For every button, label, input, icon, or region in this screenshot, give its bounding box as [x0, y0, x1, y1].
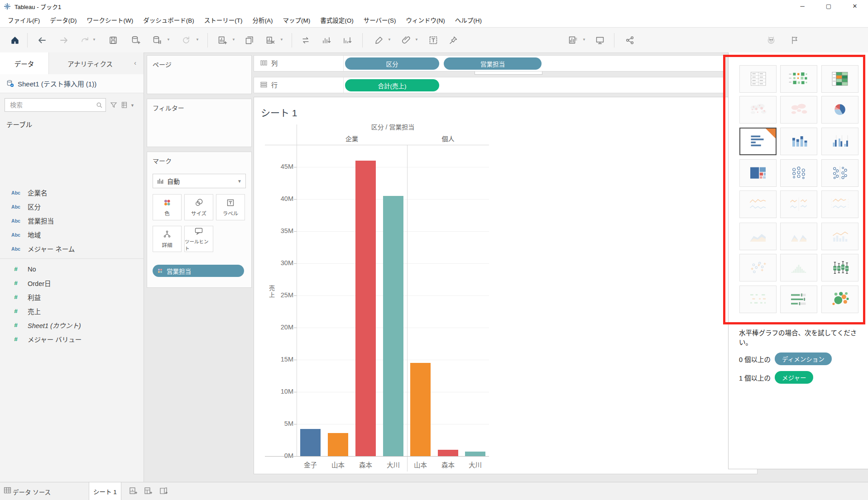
- chart-labels-icon[interactable]: [567, 34, 579, 46]
- data-source-grid-icon[interactable]: [4, 486, 11, 494]
- marks-tooltip-button[interactable]: ツールヒント: [184, 226, 213, 252]
- show-me-dual-line[interactable]: [821, 190, 858, 218]
- show-me-histogram[interactable]: [780, 254, 817, 281]
- pause-auto-updates-icon[interactable]: [151, 34, 163, 46]
- forward-icon[interactable]: [58, 34, 70, 46]
- columns-pill-sales-rep[interactable]: 営業担当: [444, 57, 542, 70]
- menu-help[interactable]: ヘルプ(H): [450, 13, 487, 27]
- chevron-down-icon[interactable]: ▼: [388, 38, 391, 42]
- field-measure[interactable]: #メジャー バリュー: [0, 332, 144, 346]
- save-icon[interactable]: [107, 34, 119, 46]
- show-me-bullet-graph[interactable]: [780, 286, 817, 313]
- menu-data[interactable]: データ(D): [45, 13, 82, 27]
- search-input[interactable]: [9, 101, 96, 109]
- show-me-packed-bubbles[interactable]: [821, 286, 858, 313]
- show-me-highlight-table[interactable]: [821, 65, 858, 93]
- show-me-horizontal-bar[interactable]: [739, 128, 777, 155]
- chart-bar[interactable]: [465, 452, 485, 456]
- menu-window[interactable]: ウィンドウ(N): [401, 13, 450, 27]
- menu-file[interactable]: ファイル(F): [3, 13, 45, 27]
- chart-bar[interactable]: [438, 450, 458, 456]
- clear-sheet-icon[interactable]: [264, 34, 276, 46]
- filter-fields-icon[interactable]: [110, 101, 117, 109]
- show-me-dual-combination[interactable]: [821, 223, 858, 250]
- new-story-icon[interactable]: [159, 486, 168, 495]
- chevron-down-icon[interactable]: ▼: [582, 38, 586, 42]
- show-me-line-discrete[interactable]: [780, 190, 817, 218]
- maximize-button[interactable]: ▢: [815, 0, 842, 13]
- chevron-down-icon[interactable]: ▼: [167, 38, 170, 42]
- rows-pill-sum-sales[interactable]: 合計(売上): [345, 79, 439, 91]
- run-auto-updates-icon[interactable]: [180, 34, 192, 46]
- chevron-down-icon[interactable]: ▼: [415, 38, 418, 42]
- menu-server[interactable]: サーバー(S): [359, 13, 401, 27]
- sort-descending-icon[interactable]: [341, 34, 353, 46]
- show-me-stacked-bar[interactable]: [780, 128, 817, 155]
- format-copy-icon[interactable]: [400, 34, 412, 46]
- field-measure[interactable]: #利益: [0, 290, 144, 304]
- filters-card[interactable]: フィルター: [147, 99, 252, 147]
- show-me-treemap[interactable]: [739, 159, 777, 187]
- menu-analysis[interactable]: 分析(A): [247, 13, 278, 27]
- collapse-pane-icon[interactable]: ‹: [134, 59, 136, 67]
- share-icon[interactable]: [624, 34, 636, 46]
- menu-dashboard[interactable]: ダッシュボード(B): [138, 13, 199, 27]
- chart-bar[interactable]: [410, 363, 431, 456]
- marks-pill-color[interactable]: 営業担当: [153, 265, 244, 277]
- show-me-filled-map[interactable]: [780, 96, 817, 124]
- menu-format[interactable]: 書式設定(O): [315, 13, 359, 27]
- minimize-button[interactable]: ─: [789, 0, 815, 13]
- chevron-down-icon[interactable]: ▼: [232, 38, 235, 42]
- show-me-side-by-side-bar[interactable]: [821, 128, 858, 155]
- show-me-text-table[interactable]: [739, 65, 777, 93]
- presentation-mode-icon[interactable]: [594, 34, 606, 46]
- close-button[interactable]: ✕: [842, 0, 868, 13]
- view-options-icon[interactable]: [121, 101, 129, 109]
- menu-map[interactable]: マップ(M): [278, 13, 315, 27]
- show-me-symbol-map[interactable]: [739, 96, 777, 124]
- text-label-icon[interactable]: [427, 34, 439, 46]
- show-me-scatter-plot[interactable]: [739, 254, 777, 281]
- assistant-icon[interactable]: [765, 34, 777, 46]
- new-dashboard-icon[interactable]: [144, 486, 153, 495]
- show-me-line-continuous[interactable]: [739, 190, 777, 218]
- chevron-down-icon[interactable]: ▼: [280, 38, 283, 42]
- flag-icon[interactable]: [789, 34, 801, 46]
- swap-rows-and-columns-icon[interactable]: [300, 34, 312, 46]
- duplicate-sheet-icon[interactable]: [244, 34, 255, 46]
- field-dimension[interactable]: Abc区分: [0, 200, 144, 214]
- show-me-pie-chart[interactable]: [821, 96, 858, 124]
- pages-card[interactable]: ページ: [147, 55, 252, 94]
- chart-bar[interactable]: [328, 433, 348, 456]
- sort-ascending-icon[interactable]: [321, 34, 332, 46]
- show-me-circle-view[interactable]: [780, 159, 817, 187]
- chart-bar[interactable]: [383, 196, 403, 456]
- chevron-down-icon[interactable]: ▼: [130, 103, 134, 108]
- field-measure[interactable]: #No: [0, 262, 144, 276]
- show-me-gantt[interactable]: [739, 286, 777, 313]
- field-dimension[interactable]: Abcメジャー ネーム: [0, 242, 144, 256]
- field-measure[interactable]: #Order日: [0, 276, 144, 290]
- back-icon[interactable]: [36, 34, 48, 46]
- columns-pill-kubun[interactable]: 区分: [345, 57, 439, 70]
- highlight-icon[interactable]: [373, 34, 385, 46]
- new-data-source-icon[interactable]: [130, 34, 142, 46]
- show-me-area-continuous[interactable]: [739, 223, 777, 250]
- marks-color-button[interactable]: 色: [153, 194, 182, 220]
- show-me-area-discrete[interactable]: [780, 223, 817, 250]
- tab-sheet-1[interactable]: シート 1: [89, 482, 121, 500]
- home-icon[interactable]: [9, 34, 21, 46]
- menu-worksheet[interactable]: ワークシート(W): [82, 13, 139, 27]
- tab-analytics[interactable]: アナリティクス: [49, 52, 131, 74]
- redo-icon[interactable]: [79, 34, 91, 46]
- field-measure[interactable]: #Sheet1 (カウント): [0, 318, 144, 332]
- marks-size-button[interactable]: サイズ: [184, 194, 213, 220]
- field-dimension[interactable]: Abc地域: [0, 228, 144, 242]
- chevron-down-icon[interactable]: ▼: [92, 38, 96, 42]
- tab-data-source[interactable]: データ ソース: [13, 487, 51, 496]
- data-source-row[interactable]: Sheet1 (テスト挿入用 (1)): [0, 74, 144, 93]
- marks-detail-button[interactable]: 詳細: [153, 226, 182, 252]
- new-worksheet-icon[interactable]: [216, 34, 228, 46]
- show-me-box-and-whisker[interactable]: [821, 254, 858, 281]
- chevron-down-icon[interactable]: ▼: [196, 38, 199, 42]
